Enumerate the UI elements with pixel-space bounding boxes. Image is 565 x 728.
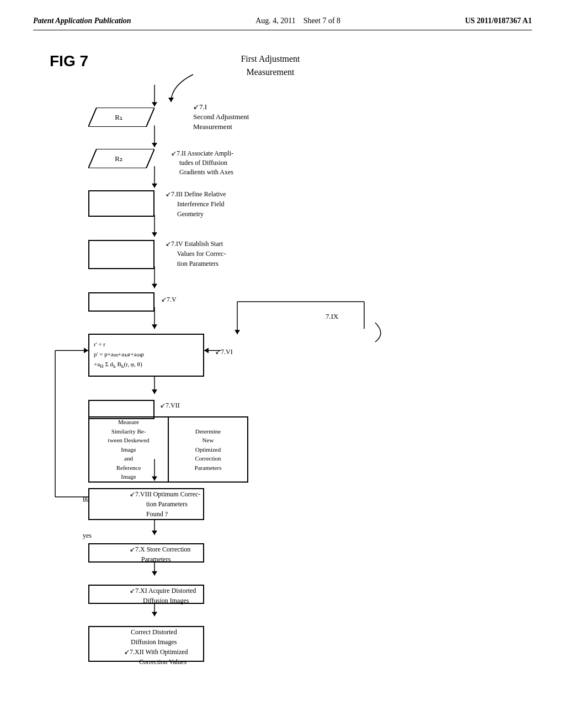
- r2-box: R₂: [88, 149, 154, 168]
- svg-marker-7: [152, 232, 157, 237]
- yes-label: yes: [83, 531, 92, 540]
- header-patent-number: US 2011/0187367 A1: [465, 17, 532, 25]
- svg-marker-9: [152, 284, 157, 288]
- step-7II: ↙7.II Associate Ampli- tudes of Diffusio…: [171, 149, 233, 176]
- header-date-sheet: Aug. 4, 2011 Sheet 7 of 8: [255, 17, 340, 25]
- formula-p2: +aH Σ dk Bk(r, φ, θ): [94, 360, 142, 371]
- svg-marker-13: [152, 389, 157, 394]
- page-header: Patent Application Publication Aug. 4, 2…: [33, 17, 532, 30]
- svg-marker-25: [152, 612, 157, 616]
- step-7V: ↙7.V: [161, 295, 177, 304]
- step-7IV: ↙7.IV Establish Start Values for Correc-…: [166, 239, 226, 269]
- svg-text:R₁: R₁: [115, 113, 122, 121]
- svg-marker-11: [152, 324, 157, 329]
- figure-label: FIG 7: [50, 52, 88, 70]
- svg-marker-3: [152, 143, 157, 147]
- step-7X: ↙7.X Store Correction Parameters: [130, 544, 190, 564]
- formula-p1: p' = p+a₀₀+a₁₀r+a₀₁p: [94, 350, 144, 360]
- header-publication-label: Patent Application Publication: [33, 17, 131, 25]
- box-7V: [88, 292, 154, 312]
- step-7VII: ↙7.VII: [160, 401, 180, 410]
- svg-marker-19: [84, 348, 88, 354]
- measure-text: MeasureSimilarity Be-tween DeskewedImage…: [108, 417, 150, 481]
- svg-marker-21: [152, 531, 157, 535]
- page: Patent Application Publication Aug. 4, 2…: [0, 0, 565, 728]
- r1-box: R₁: [88, 108, 154, 127]
- formula-r: r' = r: [94, 340, 105, 350]
- box-7III: [88, 190, 154, 217]
- diagram-area: FIG 7 First AdjustmentMeasurement R₁ ↙7.…: [33, 41, 532, 692]
- box-7IV: [88, 240, 154, 269]
- svg-marker-32: [168, 98, 174, 102]
- svg-marker-1: [152, 102, 157, 106]
- svg-marker-27: [204, 348, 209, 354]
- 7ix-arrow: [331, 317, 397, 345]
- svg-text:R₂: R₂: [115, 154, 122, 163]
- svg-marker-5: [152, 184, 157, 188]
- formula-box: r' = r p' = p+a₀₀+a₁₀r+a₀₁p +aH Σ dk Bk(…: [88, 334, 204, 377]
- step-7XII: Correct Distorted Diffusion Images↙7.XII…: [124, 627, 188, 667]
- header-date: Aug. 4, 2011: [255, 17, 296, 25]
- similarity-section: MeasureSimilarity Be-tween DeskewedImage…: [88, 416, 248, 483]
- step-7I: ↙7.ISecond AdjustmentMeasurement: [193, 102, 249, 132]
- svg-marker-31: [234, 330, 240, 334]
- determine-text: DetermineNewOptimizedCorrectionParameter…: [195, 427, 222, 473]
- step-7VI: ↙7.VI: [215, 347, 233, 357]
- step-7III: ↙7.III Define Relative Interference Fiel…: [166, 189, 226, 219]
- step-7XI: ↙7.XI Acquire Distorted Diffusion Images: [130, 586, 196, 606]
- header-sheet: Sheet 7 of 8: [303, 17, 340, 25]
- step-7VIII: ↙7.VIII Optimum Correc- tion Parameters …: [130, 489, 200, 519]
- svg-marker-23: [152, 571, 157, 576]
